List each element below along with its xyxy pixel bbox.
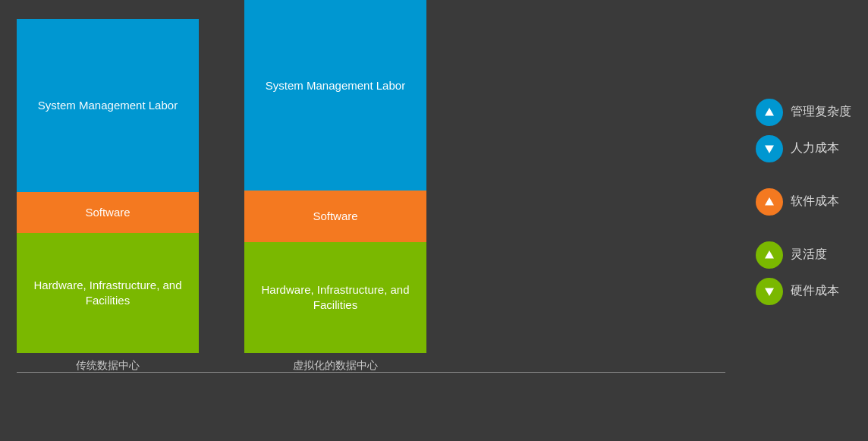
bar2-orange-segment: Software [244,191,426,242]
arrow-up-icon-2 [763,195,776,209]
svg-marker-3 [765,145,774,153]
legend-text-4: 硬件成本 [791,283,839,299]
bar2-green-segment: Hardware, Infrastructure, and Facilities [244,242,426,353]
bar1-blue-segment: System Management Labor [17,19,199,192]
bar2-label: 虚拟化的数据中心 [293,359,378,373]
bar2-blue-segment: System Management Labor [244,0,426,191]
bar1-green-segment: Hardware, Infrastructure, and Facilities [17,233,199,353]
legend-item-2: 软件成本 [756,188,851,216]
legend-item-3: 灵活度 [756,241,851,269]
arrow-up-icon-0 [763,106,776,119]
legend-area: 管理复杂度 人力成本 软件成本 灵活度 [756,99,851,328]
svg-marker-5 [765,250,774,259]
legend-icon-2 [756,188,783,216]
legend-icon-3 [756,241,783,269]
main-container: System Management Labor Software Hardwar… [17,16,851,426]
arrow-down-icon-4 [763,285,776,298]
legend-text-0: 管理复杂度 [791,104,851,120]
svg-marker-6 [765,288,774,296]
legend-text-1: 人力成本 [791,140,839,156]
bar1-orange-segment: Software [17,192,199,233]
arrow-up-icon-3 [763,248,776,262]
bars-container: System Management Labor Software Hardwar… [17,54,426,373]
bar2-wrapper: System Management Labor Software Hardwar… [244,0,426,373]
chart-area: System Management Labor Software Hardwar… [17,16,725,411]
legend-icon-4 [756,278,783,305]
bar1-wrapper: System Management Labor Software Hardwar… [17,19,199,373]
legend-item-1: 人力成本 [756,135,851,162]
svg-marker-2 [765,108,774,116]
bar1: System Management Labor Software Hardwar… [17,19,199,353]
legend-icon-0 [756,99,783,126]
svg-marker-4 [765,197,774,206]
legend-icon-1 [756,135,783,162]
bar1-label: 传统数据中心 [76,359,140,373]
legend-text-2: 软件成本 [791,194,839,209]
bar2: System Management Labor Software Hardwar… [244,0,426,353]
legend-text-3: 灵活度 [791,247,827,263]
arrow-down-icon-1 [763,142,776,156]
legend-item-4: 硬件成本 [756,278,851,305]
legend-item-0: 管理复杂度 [756,99,851,126]
